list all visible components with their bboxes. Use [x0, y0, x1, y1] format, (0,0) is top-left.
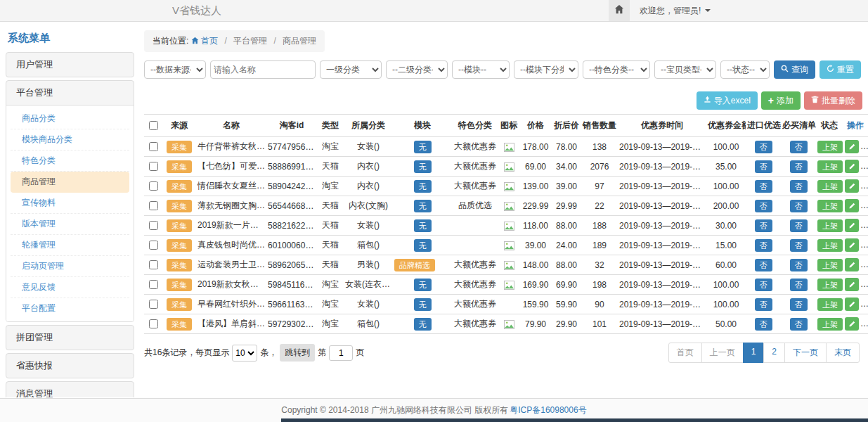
- platform-type: 淘宝: [317, 177, 344, 196]
- filter-item-type-select[interactable]: --宝贝类型--: [654, 60, 716, 79]
- must-buy-toggle[interactable]: 否: [790, 160, 808, 173]
- status-badge[interactable]: 上架: [817, 219, 843, 232]
- edit-button[interactable]: [845, 179, 859, 193]
- import-select-toggle[interactable]: 否: [755, 200, 772, 212]
- product-name: 牛仔背带裤女秋装减龄...: [196, 137, 266, 157]
- status-badge[interactable]: 上架: [817, 259, 843, 271]
- must-buy-toggle[interactable]: 否: [790, 219, 808, 232]
- filter-name-input[interactable]: [210, 60, 316, 79]
- status-badge[interactable]: 上架: [817, 200, 843, 212]
- page-button[interactable]: 下一页: [784, 343, 827, 363]
- add-button[interactable]: + 添加: [761, 91, 801, 110]
- edit-button[interactable]: [845, 219, 859, 232]
- sidebar-section-header[interactable]: 用户管理: [6, 53, 134, 77]
- status-badge[interactable]: 上架: [817, 180, 843, 193]
- filter-module-sub-select[interactable]: --模块下分类--: [514, 60, 578, 79]
- row-checkbox[interactable]: [149, 201, 158, 210]
- row-checkbox[interactable]: [149, 241, 158, 250]
- row-checkbox[interactable]: [149, 280, 158, 289]
- filter-feature-select[interactable]: --特色分类--: [583, 60, 650, 79]
- row-checkbox[interactable]: [149, 181, 158, 191]
- status-badge[interactable]: 上架: [817, 279, 843, 291]
- filter-source-select[interactable]: --数据来源--: [144, 60, 206, 79]
- edit-button[interactable]: [845, 160, 859, 173]
- search-button[interactable]: 查询: [774, 60, 815, 79]
- must-buy-toggle[interactable]: 否: [790, 279, 808, 291]
- import-select-toggle[interactable]: 否: [755, 259, 772, 271]
- import-select-toggle[interactable]: 否: [755, 160, 772, 173]
- edit-button[interactable]: [845, 317, 859, 331]
- must-buy-toggle[interactable]: 否: [790, 200, 808, 212]
- sidebar-item[interactable]: 宣传物料: [11, 193, 129, 214]
- import-select-toggle[interactable]: 否: [755, 318, 772, 331]
- edit-button[interactable]: [845, 258, 859, 271]
- sidebar-section-header[interactable]: 省惠快报: [6, 354, 134, 378]
- edit-button[interactable]: [845, 278, 859, 291]
- sidebar-item[interactable]: 轮播管理: [11, 235, 129, 256]
- batch-delete-button[interactable]: 批量删除: [804, 91, 862, 110]
- must-buy-toggle[interactable]: 否: [790, 298, 808, 311]
- edit-button[interactable]: [845, 298, 859, 311]
- sidebar-item[interactable]: 模块商品分类: [11, 129, 129, 151]
- user-menu[interactable]: 欢迎您，管理员!: [630, 5, 720, 17]
- row-checkbox[interactable]: [149, 319, 158, 328]
- sidebar-section-header[interactable]: 平台管理: [6, 81, 134, 105]
- must-buy-toggle[interactable]: 否: [790, 318, 808, 331]
- sales-count: 101: [581, 314, 618, 334]
- row-checkbox[interactable]: [149, 142, 158, 151]
- reset-button[interactable]: 重置: [820, 60, 861, 79]
- select-all-checkbox[interactable]: [149, 121, 158, 130]
- filter-status-select[interactable]: --状态--: [720, 60, 770, 79]
- import-select-toggle[interactable]: 否: [755, 298, 772, 311]
- price: 139.00: [519, 177, 552, 196]
- must-buy-toggle[interactable]: 否: [790, 141, 808, 153]
- edit-button[interactable]: [845, 199, 859, 212]
- sidebar-item[interactable]: 平台配置: [11, 298, 129, 319]
- sidebar-item[interactable]: 启动页管理: [11, 256, 129, 277]
- filter-level1-select[interactable]: 一级分类: [320, 60, 382, 79]
- row-checkbox[interactable]: [149, 162, 158, 171]
- sidebar-item[interactable]: 商品分类: [11, 108, 129, 129]
- import-select-toggle[interactable]: 否: [755, 239, 772, 252]
- status-badge[interactable]: 上架: [817, 239, 843, 252]
- import-excel-button[interactable]: 导入excel: [697, 91, 758, 110]
- page-button[interactable]: 2: [763, 343, 785, 363]
- status-badge[interactable]: 上架: [817, 318, 843, 331]
- price: 79.90: [519, 314, 552, 334]
- must-buy-toggle[interactable]: 否: [790, 239, 808, 252]
- page-button[interactable]: 1: [743, 343, 765, 363]
- import-select-toggle[interactable]: 否: [755, 219, 772, 232]
- sidebar-item[interactable]: 特色分类: [11, 151, 129, 172]
- row-checkbox[interactable]: [149, 300, 158, 309]
- edit-button[interactable]: [845, 238, 859, 252]
- sidebar-section-header[interactable]: 拼团管理: [6, 326, 134, 350]
- module-badge: 无: [414, 180, 432, 193]
- sidebar-item[interactable]: 意见反馈: [11, 277, 129, 298]
- sidebar-section-header[interactable]: 消息管理: [6, 382, 134, 397]
- jump-button[interactable]: 跳转到: [280, 344, 315, 362]
- import-select-toggle[interactable]: 否: [755, 279, 772, 291]
- must-buy-toggle[interactable]: 否: [790, 259, 808, 271]
- page-button[interactable]: 末页: [826, 343, 860, 363]
- page-number-input[interactable]: [329, 345, 353, 361]
- feature-category: [452, 236, 498, 255]
- page-button[interactable]: 上一页: [701, 343, 744, 363]
- import-select-toggle[interactable]: 否: [755, 180, 772, 193]
- filter-module-select[interactable]: --模块--: [452, 60, 510, 79]
- icp-link[interactable]: 粤ICP备16098006号: [510, 404, 586, 416]
- import-select-toggle[interactable]: 否: [755, 141, 772, 153]
- row-checkbox[interactable]: [149, 221, 158, 230]
- must-buy-toggle[interactable]: 否: [790, 180, 808, 193]
- edit-button[interactable]: [845, 140, 859, 153]
- filter-level2-select[interactable]: --二级分类--: [386, 60, 448, 79]
- sidebar-item[interactable]: 商品管理: [11, 172, 129, 193]
- sidebar-item[interactable]: 版本管理: [11, 214, 129, 235]
- home-button[interactable]: [609, 0, 630, 21]
- page-button[interactable]: 首页: [668, 343, 702, 363]
- status-badge[interactable]: 上架: [817, 160, 843, 173]
- status-badge[interactable]: 上架: [817, 298, 843, 311]
- status-badge[interactable]: 上架: [817, 141, 843, 153]
- per-page-select[interactable]: 10: [232, 345, 257, 362]
- breadcrumb-home-link[interactable]: 首页: [201, 36, 218, 46]
- row-checkbox[interactable]: [149, 260, 158, 269]
